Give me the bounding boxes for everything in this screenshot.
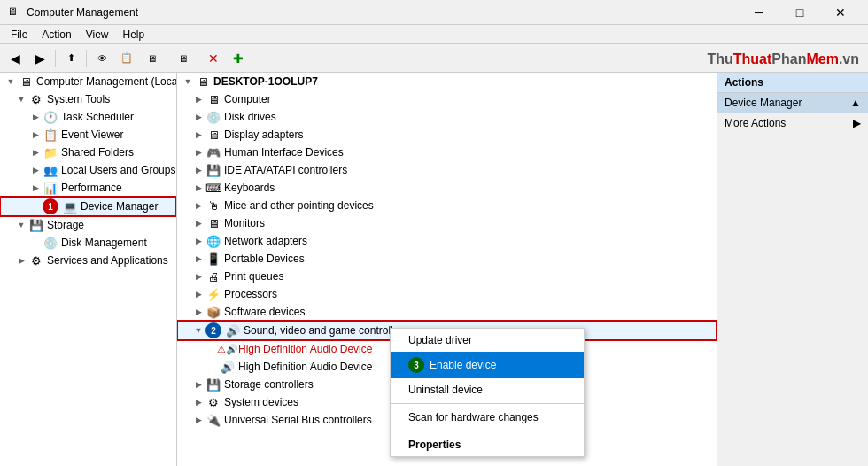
mice-icon: 🖱 [205, 198, 221, 213]
shared-folders-label: Shared Folders [61, 146, 134, 159]
back-button[interactable]: ◀ [4, 48, 27, 69]
mid-portable[interactable]: ▶ 📱 Portable Devices [177, 250, 717, 268]
menu-view[interactable]: View [79, 27, 116, 43]
show-hide-button[interactable]: 👁 [90, 48, 113, 69]
expand-icon: ▶ [28, 166, 43, 175]
mid-monitors[interactable]: ▶ 🖥 Monitors [177, 214, 717, 232]
maximize-button[interactable]: □ [779, 0, 820, 25]
hd-audio2-icon: 🔊 [220, 360, 236, 374]
expand-icon: ▶ [191, 113, 205, 121]
keyboards-icon: ⌨ [205, 181, 221, 195]
local-users-label: Local Users and Groups [61, 164, 175, 176]
ctx-enable-label: Enable device [430, 359, 496, 371]
expand-icon: ▼ [14, 95, 28, 104]
network-label: Network adapters [224, 235, 307, 247]
delete-button[interactable]: ✕ [202, 48, 225, 69]
properties-button[interactable]: 📋 [115, 48, 138, 69]
left-tree-performance[interactable]: ▶ 📊 Performance [0, 179, 176, 197]
forward-button[interactable]: ▶ [28, 48, 51, 69]
expand-icon: ▶ [28, 130, 43, 139]
system-tools-label: System Tools [47, 93, 110, 105]
left-tree-services[interactable]: ▶ ⚙ Services and Applications [0, 252, 176, 269]
toolbar-sep3 [167, 50, 167, 67]
monitors-label: Monitors [224, 217, 265, 229]
mid-processors[interactable]: ▶ ⚡ Processors [177, 285, 717, 303]
left-tree-computer-mgmt[interactable]: ▼ 🖥 Computer Management (Local [0, 73, 176, 90]
expand-icon: ▶ [191, 398, 205, 407]
ctx-sep2 [391, 431, 584, 431]
left-tree-storage[interactable]: ▼ 💾 Storage [0, 216, 176, 234]
device-manager-action[interactable]: Device Manager ▲ [717, 93, 868, 113]
menu-help[interactable]: Help [116, 27, 152, 43]
ctx-update-driver[interactable]: Update driver [391, 329, 584, 352]
mid-print[interactable]: ▶ 🖨 Print queues [177, 268, 717, 285]
services-icon: ⚙ [28, 253, 44, 268]
computer-icon: 🖥 [205, 92, 221, 106]
hd-audio2-label: High Definition Audio Device [238, 361, 372, 373]
left-tree-task-scheduler[interactable]: ▶ 🕐 Task Scheduler [0, 108, 176, 126]
mid-hid[interactable]: ▶ 🎮 Human Interface Devices [177, 144, 717, 161]
left-tree-device-manager[interactable]: 1 💻 Device Manager [0, 197, 176, 216]
mid-mice[interactable]: ▶ 🖱 Mice and other pointing devices [177, 197, 717, 214]
mid-software-devices[interactable]: ▶ 📦 Software devices [177, 303, 717, 321]
device-manager-action-arrow: ▲ [850, 97, 861, 109]
expand-icon: ▶ [28, 183, 43, 192]
minimize-button[interactable]: ─ [739, 0, 779, 25]
up-button[interactable]: ⬆ [59, 48, 82, 69]
ctx-scan-hardware[interactable]: Scan for hardware changes [391, 406, 584, 429]
badge-1: 1 [43, 198, 58, 214]
add-button[interactable]: ✚ [227, 48, 250, 69]
hd-audio1-label: High Definition Audio Device [238, 343, 372, 355]
menu-action[interactable]: Action [35, 27, 78, 43]
toolbar-sep4 [198, 50, 198, 67]
sound-label: Sound, video and game controllers [244, 324, 407, 337]
menu-bar: File Action View Help [0, 25, 868, 44]
mid-display[interactable]: ▶ 🖥 Display adapters [177, 126, 717, 144]
expand-icon: ▼ [191, 326, 205, 335]
mid-network[interactable]: ▶ 🌐 Network adapters [177, 232, 717, 250]
mid-disk-drives[interactable]: ▶ 💿 Disk drives [177, 108, 717, 126]
new-window-button[interactable]: 🖥 [140, 48, 163, 69]
event-viewer-label: Event Viewer [61, 128, 123, 141]
expand-icon: ▼ [4, 77, 18, 86]
expand-icon: ▶ [191, 237, 205, 245]
menu-file[interactable]: File [4, 27, 35, 43]
expand-icon: ▶ [191, 290, 205, 299]
expand-icon: ▼ [181, 77, 195, 86]
monitors-icon: 🖥 [205, 216, 221, 230]
display-icon: 🖥 [205, 128, 221, 142]
display-label: Display adapters [224, 128, 303, 141]
storage-label: Storage [47, 219, 84, 231]
mid-header[interactable]: ▼ 🖥 DESKTOP-1OOLUP7 [177, 73, 717, 90]
system-devices-icon: ⚙ [205, 395, 221, 409]
hd-audio1-icon: ⚠🔊 [220, 342, 236, 356]
computer-button[interactable]: 🖥 [171, 48, 194, 69]
ctx-enable-device[interactable]: 3 Enable device [391, 352, 584, 378]
mid-keyboards[interactable]: ▶ ⌨ Keyboards [177, 179, 717, 197]
expand-icon: ▶ [191, 307, 205, 316]
more-actions-action[interactable]: More Actions ▶ [717, 113, 868, 133]
keyboards-label: Keyboards [224, 182, 275, 194]
expand-icon: ▶ [191, 254, 205, 263]
computer-mgmt-label: Computer Management (Local [36, 75, 177, 88]
performance-icon: 📊 [43, 181, 58, 195]
left-tree-local-users[interactable]: ▶ 👥 Local Users and Groups [0, 161, 176, 179]
left-tree-event-viewer[interactable]: ▶ 📋 Event Viewer [0, 126, 176, 144]
ide-icon: 💾 [205, 163, 221, 177]
storage-ctrl-label: Storage controllers [224, 378, 314, 391]
mid-ide[interactable]: ▶ 💾 IDE ATA/ATAPI controllers [177, 161, 717, 179]
close-button[interactable]: ✕ [820, 0, 861, 25]
system-devices-label: System devices [224, 396, 298, 408]
ctx-properties[interactable]: Properties [391, 433, 584, 456]
local-users-icon: 👥 [43, 163, 58, 177]
left-tree-disk-mgmt[interactable]: 💿 Disk Management [0, 234, 176, 252]
expand-icon: ▶ [28, 113, 43, 121]
mid-computer[interactable]: ▶ 🖥 Computer [177, 90, 717, 108]
disk-drives-icon: 💿 [205, 110, 221, 124]
ctx-uninstall-device[interactable]: Uninstall device [391, 378, 584, 401]
expand-icon: ▶ [191, 272, 205, 281]
left-tree-system-tools[interactable]: ▼ ⚙ System Tools [0, 90, 176, 108]
disk-drives-label: Disk drives [224, 111, 276, 123]
left-panel: ▼ 🖥 Computer Management (Local ▼ ⚙ Syste… [0, 73, 177, 466]
left-tree-shared-folders[interactable]: ▶ 📁 Shared Folders [0, 144, 176, 161]
